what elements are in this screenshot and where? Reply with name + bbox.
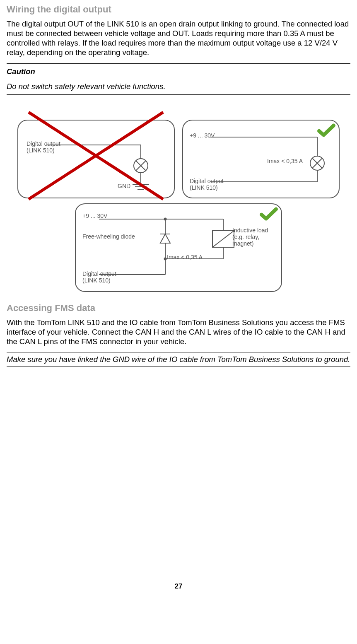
page-number: 27 — [7, 582, 350, 591]
diagram-row-1: Digital output (LINK 510) GND — [7, 120, 350, 198]
heading-fms: Accessing FMS data — [7, 303, 350, 314]
svg-point-20 — [164, 217, 167, 220]
red-cross-icon — [6, 108, 180, 212]
label-inductive-load: Inductive load — [232, 227, 268, 234]
paragraph-wiring: The digital output OUT of the LINK 510 i… — [7, 19, 350, 58]
diagram-correct-inductive: +9 ... 30V Free-wheeling diode Inductive… — [75, 203, 282, 292]
label-digital-output: Digital output — [27, 140, 60, 147]
note-gnd: Make sure you have linked the GND wire o… — [7, 355, 350, 364]
check-icon — [317, 123, 335, 139]
divider — [7, 352, 350, 352]
label-imax: Imax < 0,35 A — [167, 254, 203, 260]
label-voltage: +9 ... 30V — [82, 212, 107, 219]
caution-title: Caution — [7, 67, 350, 76]
label-link510: (LINK 510) — [190, 184, 218, 191]
label-link510: (LINK 510) — [27, 147, 55, 154]
divider — [7, 367, 350, 367]
diagram-wrong: Digital output (LINK 510) GND — [17, 120, 175, 198]
label-imax: Imax < 0,35 A — [267, 158, 303, 164]
label-digital-output: Digital output — [190, 178, 224, 184]
paragraph-fms: With the TomTom LINK 510 and the IO cabl… — [7, 318, 350, 346]
label-gnd: GND — [118, 183, 130, 189]
page: Wiring the digital output The digital ou… — [0, 0, 357, 607]
divider — [7, 63, 350, 64]
label-digital-output: Digital output — [82, 270, 116, 277]
check-icon — [260, 207, 278, 222]
label-diode: Free-wheeling diode — [82, 233, 135, 240]
label-link510: (LINK 510) — [82, 277, 111, 284]
label-inductive-load-sub: (e.g. relay, magnet) — [232, 234, 281, 247]
heading-wiring: Wiring the digital output — [7, 4, 350, 15]
divider — [7, 94, 350, 95]
caution-body: Do not switch safety relevant vehicle fu… — [7, 82, 350, 91]
diagram-area: Digital output (LINK 510) GND — [7, 120, 350, 292]
diagram-correct-simple: +9 ... 30V Imax < 0,35 A Digital output … — [182, 120, 340, 198]
label-voltage: +9 ... 30V — [190, 132, 215, 139]
svg-marker-23 — [160, 234, 170, 243]
diagram-row-2: +9 ... 30V Free-wheeling diode Inductive… — [7, 203, 350, 292]
